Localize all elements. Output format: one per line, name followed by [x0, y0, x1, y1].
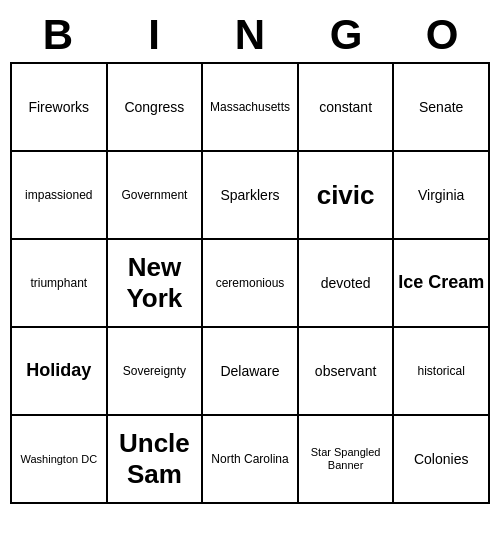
cell-2-1: New York [108, 240, 204, 328]
header-letter-N: N [202, 8, 298, 62]
bingo-header: BINGO [10, 8, 490, 62]
cell-3-3: observant [299, 328, 395, 416]
cell-4-0: Washington DC [12, 416, 108, 504]
cell-4-1: Uncle Sam [108, 416, 204, 504]
cell-2-0: triumphant [12, 240, 108, 328]
cell-3-2: Delaware [203, 328, 299, 416]
cell-3-4: historical [394, 328, 490, 416]
header-letter-O: O [394, 8, 490, 62]
cell-0-4: Senate [394, 64, 490, 152]
cell-3-1: Sovereignty [108, 328, 204, 416]
cell-3-0: Holiday [12, 328, 108, 416]
bingo-card: BINGO FireworksCongressMassachusettscons… [10, 8, 490, 504]
header-letter-B: B [10, 8, 106, 62]
cell-1-1: Government [108, 152, 204, 240]
cell-0-3: constant [299, 64, 395, 152]
cell-4-3: Star Spangled Banner [299, 416, 395, 504]
cell-1-4: Virginia [394, 152, 490, 240]
cell-2-4: Ice Cream [394, 240, 490, 328]
cell-4-2: North Carolina [203, 416, 299, 504]
cell-4-4: Colonies [394, 416, 490, 504]
cell-1-3: civic [299, 152, 395, 240]
cell-2-3: devoted [299, 240, 395, 328]
cell-0-0: Fireworks [12, 64, 108, 152]
cell-2-2: ceremonious [203, 240, 299, 328]
header-letter-I: I [106, 8, 202, 62]
cell-0-1: Congress [108, 64, 204, 152]
cell-1-2: Sparklers [203, 152, 299, 240]
cell-0-2: Massachusetts [203, 64, 299, 152]
cell-1-0: impassioned [12, 152, 108, 240]
header-letter-G: G [298, 8, 394, 62]
bingo-grid: FireworksCongressMassachusettsconstantSe… [10, 62, 490, 504]
